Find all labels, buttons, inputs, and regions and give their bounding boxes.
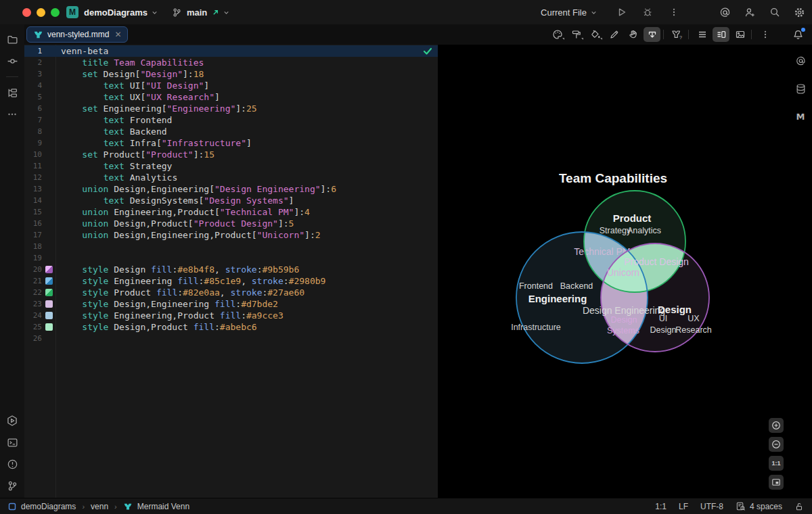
more-horizontal-icon[interactable] xyxy=(3,105,22,124)
editor-line[interactable]: 13 union Design,Engineering["Design Engi… xyxy=(24,183,438,195)
editor-line[interactable]: 16 union Design,Product["Product Design"… xyxy=(24,218,438,229)
minimize-window-button[interactable] xyxy=(37,8,45,17)
editor-line[interactable]: 3 set Design["Design"]:18 xyxy=(24,68,438,80)
image-export-button[interactable] xyxy=(731,27,748,42)
project-name[interactable]: demoDiagrams xyxy=(84,7,148,18)
notifications-bell-button[interactable] xyxy=(790,27,807,42)
editor-line[interactable]: 14 text DesignSystems["Design Systems"] xyxy=(24,195,438,206)
color-swatch[interactable] xyxy=(45,323,53,331)
breadcrumb-separator: › xyxy=(82,503,85,511)
structure-icon[interactable] xyxy=(3,83,22,102)
svg-text:Analytics: Analytics xyxy=(627,226,661,235)
mermaid-help-button[interactable]: ? xyxy=(669,27,685,42)
color-swatch[interactable] xyxy=(45,266,53,273)
breadcrumb-doctype[interactable]: Mermaid Venn xyxy=(137,502,189,511)
database-icon[interactable] xyxy=(791,79,810,98)
zoom-out-button[interactable] xyxy=(769,437,784,452)
editor-line[interactable]: 4 text UI["UI Design"] xyxy=(24,80,438,91)
problems-icon[interactable] xyxy=(3,454,22,473)
git-branch-icon[interactable] xyxy=(3,476,22,495)
fit-view-button[interactable] xyxy=(769,475,784,490)
editor-line[interactable]: 21 style Engineering fill:#85c1e9, strok… xyxy=(24,275,438,287)
cursor-position[interactable]: 1:1 xyxy=(655,502,667,511)
run-target-selector[interactable]: Current File xyxy=(541,7,587,18)
paint-roller-button[interactable] xyxy=(568,27,585,42)
gutter xyxy=(42,264,55,275)
editor-line[interactable]: 19 xyxy=(24,252,438,264)
editor-line[interactable]: 25 style Design,Product fill:#abebc6 xyxy=(24,321,438,333)
search-icon[interactable] xyxy=(769,7,780,18)
editor-line[interactable]: 5 text UX["UX Research"] xyxy=(24,91,438,103)
fill-color-button[interactable] xyxy=(587,27,604,42)
color-swatch[interactable] xyxy=(45,277,53,285)
editor-line[interactable]: 22 style Product fill:#82e0aa, stroke:#2… xyxy=(24,287,438,298)
line-number: 9 xyxy=(24,137,42,149)
editor-line[interactable]: 7 text Frontend xyxy=(24,114,438,126)
close-window-button[interactable] xyxy=(22,8,31,17)
insert-frame-button[interactable] xyxy=(644,27,660,42)
branch-selector[interactable]: main xyxy=(172,7,230,18)
editor-line[interactable]: 20 style Design fill:#e8b4f8, stroke:#9b… xyxy=(24,264,438,275)
breadcrumb-project[interactable]: demoDiagrams xyxy=(21,502,76,511)
editor-line[interactable]: 18 xyxy=(24,241,438,252)
svg-text:Systems: Systems xyxy=(607,326,639,335)
editor-line[interactable]: 17 union Design,Engineering,Product["Uni… xyxy=(24,229,438,241)
code-text: text Strategy xyxy=(55,160,172,172)
editor-line[interactable]: 6 set Engineering["Engineering"]:25 xyxy=(24,103,438,114)
svg-text:Product: Product xyxy=(613,212,652,224)
editor-line[interactable]: 15 union Engineering,Product["Technical … xyxy=(24,206,438,218)
zoom-actual-button[interactable]: 1:1 xyxy=(769,456,784,471)
editor-line[interactable]: 1venn-beta xyxy=(24,45,438,57)
zoom-in-button[interactable] xyxy=(769,418,784,433)
split-view-button[interactable] xyxy=(713,27,729,42)
code-text: set Product["Product"]:15 xyxy=(55,149,215,160)
editor-line[interactable]: 10 set Product["Product"]:15 xyxy=(24,149,438,160)
code-editor[interactable]: 1venn-beta2 title Team Capabilities3 set… xyxy=(24,45,438,498)
settings-gear-icon[interactable] xyxy=(794,7,805,18)
editor-line[interactable]: 24 style Engineering,Product fill:#a9cce… xyxy=(24,310,438,321)
at-sign-icon[interactable] xyxy=(719,7,731,18)
indent-indicator[interactable]: 4 spaces xyxy=(736,501,782,511)
app-icon: M xyxy=(66,6,78,18)
editor-line[interactable]: 8 text Backend xyxy=(24,126,438,137)
more-vertical-icon[interactable] xyxy=(757,27,773,42)
theme-palette-button[interactable] xyxy=(549,27,566,42)
color-swatch[interactable] xyxy=(45,289,53,296)
close-icon[interactable]: ✕ xyxy=(114,30,121,39)
color-swatch[interactable] xyxy=(45,312,53,319)
source-control-icon[interactable] xyxy=(3,51,22,70)
gutter xyxy=(42,252,55,264)
pan-hand-button[interactable] xyxy=(625,27,641,42)
chevron-down-icon[interactable] xyxy=(590,9,597,16)
breadcrumb-folder[interactable]: venn xyxy=(91,502,108,511)
diagram-preview[interactable]: Technical PMTeam CapabilitiesProductStra… xyxy=(438,45,812,498)
debug-button[interactable] xyxy=(642,7,653,18)
run-button[interactable] xyxy=(616,7,627,18)
encoding-indicator[interactable]: UTF-8 xyxy=(700,502,723,511)
editor-line[interactable]: 12 text Analytics xyxy=(24,172,438,183)
lock-icon[interactable] xyxy=(794,502,804,511)
assistant-icon[interactable] xyxy=(791,51,810,70)
chevron-down-icon[interactable] xyxy=(151,9,158,16)
line-list-button[interactable] xyxy=(694,27,710,42)
svg-text:Product Design: Product Design xyxy=(624,256,689,267)
files-folder-icon[interactable] xyxy=(3,30,22,49)
pencil-tool-button[interactable] xyxy=(606,27,623,42)
editor-line[interactable]: 26 xyxy=(24,333,438,344)
markdown-m-icon[interactable]: M xyxy=(791,107,810,126)
run-hexagon-icon[interactable] xyxy=(3,411,22,430)
color-swatch[interactable] xyxy=(45,300,53,308)
tab-venn-styled[interactable]: venn-styled.mmd ✕ xyxy=(26,26,128,43)
code-text: style Engineering,Product fill:#a9cce3 xyxy=(55,310,284,321)
zoom-window-button[interactable] xyxy=(51,8,60,17)
terminal-icon[interactable] xyxy=(3,433,22,452)
project-square-icon xyxy=(8,503,16,511)
more-vertical-icon[interactable] xyxy=(669,7,679,17)
zoom-controls: 1:1 xyxy=(769,418,784,490)
editor-line[interactable]: 23 style Design,Engineering fill:#d7bde2 xyxy=(24,298,438,310)
editor-line[interactable]: 9 text Infra["Infrastructure"] xyxy=(24,137,438,149)
add-person-icon[interactable] xyxy=(744,7,756,18)
editor-line[interactable]: 11 text Strategy xyxy=(24,160,438,172)
editor-line[interactable]: 2 title Team Capabilities xyxy=(24,57,438,68)
eol-indicator[interactable]: LF xyxy=(679,502,688,511)
